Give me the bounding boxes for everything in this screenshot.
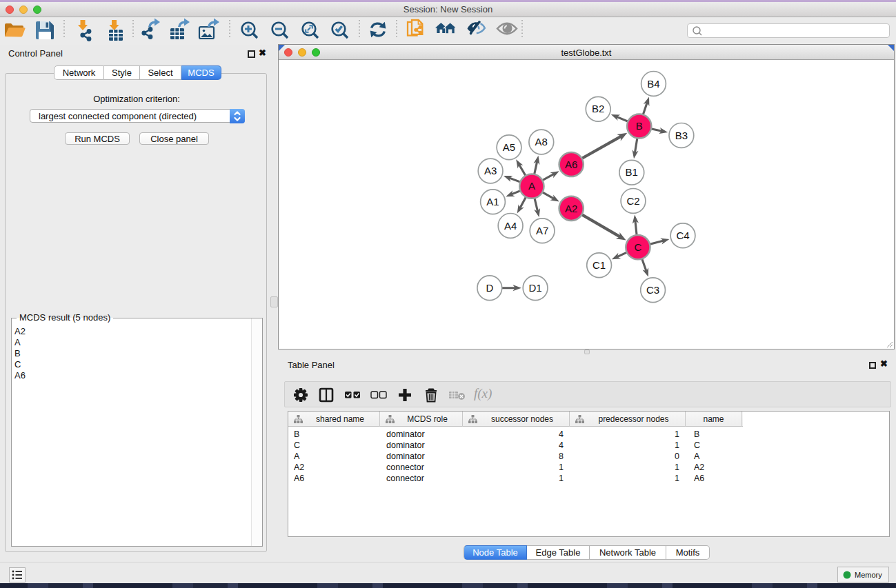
- svg-text:C3: C3: [646, 284, 659, 296]
- svg-text:A2: A2: [565, 203, 577, 214]
- svg-text:A1: A1: [486, 196, 499, 207]
- svg-text:B4: B4: [647, 78, 659, 90]
- svg-text:C: C: [634, 241, 641, 253]
- svg-text:A6: A6: [565, 159, 577, 170]
- svg-text:A3: A3: [484, 165, 497, 176]
- svg-text:B1: B1: [626, 166, 638, 178]
- svg-text:B2: B2: [592, 103, 604, 114]
- svg-text:A: A: [528, 180, 535, 192]
- svg-text:B3: B3: [675, 130, 688, 141]
- svg-text:C2: C2: [626, 195, 639, 207]
- svg-text:A4: A4: [504, 220, 517, 232]
- svg-text:A5: A5: [503, 141, 515, 153]
- svg-text:A8: A8: [535, 136, 548, 148]
- svg-text:D1: D1: [529, 282, 542, 294]
- svg-text:C1: C1: [593, 259, 606, 271]
- svg-text:D: D: [486, 282, 493, 294]
- svg-text:A7: A7: [536, 225, 548, 236]
- svg-text:Memory: Memory: [855, 571, 882, 579]
- svg-text:B: B: [636, 120, 643, 132]
- svg-text:C4: C4: [676, 230, 689, 241]
